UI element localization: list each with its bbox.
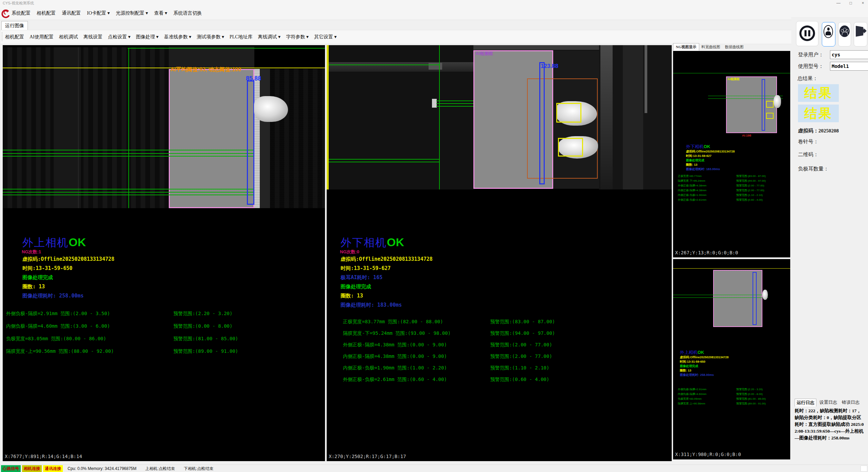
green-measure-line	[3, 153, 254, 154]
warning-range-text: 预警范围:(2.20 - 3.20)	[736, 387, 763, 392]
measurement-list: 外侧负极-隔膜=2.91mm 范围:(2.00 - 3.50) 预警范围:(2.…	[6, 307, 238, 358]
result-box-upper: 结果	[798, 84, 839, 102]
warning-range-text: 预警范围:(1.10 - 2.10)	[490, 362, 549, 374]
ng-view-tab[interactable]: NG视图显示	[673, 43, 699, 51]
measurement-text: 外侧负极-隔膜=2.91mm 范围:(2.00 - 3.50)	[6, 307, 170, 320]
ng-snapshot-upper-camera[interactable]: 外上相机OK 虚拟码:Offline20250208133134728时间:13…	[673, 259, 790, 459]
measurement-text: 内侧负极-隔膜=4.60mm 范围:(3.00 - 6.00)	[6, 320, 170, 332]
measurement-row: 外侧正极-负极=2.61mm 预警范围:(0.60 - 4.00)	[678, 198, 787, 202]
ng-view-tab[interactable]: 料宽曲线图	[699, 43, 723, 51]
toolbar-item[interactable]: 相机调试	[59, 34, 78, 40]
toolbar-item[interactable]: 点检设置 ▾	[108, 34, 131, 40]
toolbar-item[interactable]: 字符参数 ▾	[286, 34, 309, 40]
camera-name: 外上相机	[680, 350, 698, 355]
measurement-row: 隔膜宽度-下=95.24mm 预警范围:(94.00 - 97.00)	[678, 179, 787, 183]
menu-item[interactable]: 系统语言切换	[173, 10, 202, 16]
ng-view-tab[interactable]: 数据曲线图	[723, 43, 746, 51]
metal-tab-blob	[254, 96, 288, 122]
green-measure-line	[708, 96, 783, 96]
measurement-text: 隔膜宽度-上=90.56mm 范围:(88.00 - 92.00)	[6, 345, 170, 358]
result-box-lower: 结果	[798, 105, 839, 122]
toolbar-item[interactable]: 相机配置	[5, 34, 24, 40]
log-tab[interactable]: 错误日志	[840, 399, 861, 406]
measurement-text: 外侧正极-隔膜=4.38mm 范围:(0.00 - 9.00)	[343, 339, 487, 350]
toolbar-item[interactable]: 其它设置 ▾	[314, 34, 337, 40]
toolbar-item[interactable]: AI使用配置	[30, 34, 54, 40]
measurement-row: 内侧负极-隔膜=4.60mm 预警范围:(0.00 - 8.00)	[678, 392, 787, 397]
measurement-text: 正极宽度=83.77mm	[678, 174, 736, 179]
film-top-region	[169, 47, 254, 68]
result-ok: OK	[698, 350, 704, 355]
measurement-row: 隔膜宽度-上=90.56mm 预警范围:(89.00 - 91.00)	[678, 401, 787, 406]
menu-item[interactable]: 相机配置	[37, 10, 56, 16]
menu-item[interactable]: IO卡配置 ▾	[87, 10, 110, 16]
users-button[interactable]	[838, 22, 851, 47]
green-measure-line	[3, 150, 254, 150]
toolbar-item[interactable]: 离线调试 ▾	[258, 34, 281, 40]
warning-range-text: 预警范围:(94.00 - 97.00)	[490, 327, 555, 339]
measurement-row: 隔膜宽度-下=95.24mm 范围:(93.00 - 98.00) 预警范围:(…	[343, 327, 555, 339]
window-control-button[interactable]: ×	[859, 1, 867, 5]
warning-range-text: 预警范围:(89.00 - 91.00)	[173, 345, 238, 358]
log-tab[interactable]: 运行日志	[795, 399, 816, 406]
green-reference-line	[673, 73, 790, 73]
title-bar: CYS-视觉检测系统 —□×	[0, 0, 868, 6]
pause-icon	[799, 25, 815, 41]
camera-view-upper-outer[interactable]: AI平均阈值:93, 动态阈值:100 85.88 外上相机OK NG次数:1 …	[3, 45, 325, 461]
window-control-button[interactable]: □	[847, 1, 854, 5]
mini-result-title: 外下相机OK	[686, 143, 710, 150]
film-edge-strip	[254, 69, 260, 208]
menu-item[interactable]: 系统配置	[12, 10, 31, 16]
user-button[interactable]	[822, 22, 835, 47]
users-icon	[839, 25, 850, 37]
pause-button[interactable]	[796, 21, 818, 46]
ng-snapshot-lower-camera[interactable]: AI检测框 AI:198 外下相机OK 虚拟码:Offline202502081…	[673, 51, 790, 257]
login-user-label: 登录用户：	[798, 52, 824, 58]
status-badge: 通讯连接	[43, 465, 63, 472]
toolbar-items: 相机配置AI使用配置相机调试离线设置点检设置 ▾图像处理 ▾基准线参数 ▾测试项…	[5, 34, 337, 40]
upper-camera-status: 上相机:点检结束	[145, 466, 175, 472]
model-field[interactable]	[830, 62, 868, 71]
info-line: 图像处理耗时: 258.00ms	[22, 291, 114, 301]
toolbar-item[interactable]: 测试项参数 ▾	[197, 34, 224, 40]
camera-view-lower-outer[interactable]: AI检测框 123.88 外下相机OK NG次数:0 虚拟码:Offline20…	[327, 45, 672, 461]
toolbar-grip[interactable]	[2, 32, 3, 41]
status-badge: 心跳信号	[1, 465, 21, 472]
menu-item[interactable]: 光源控制配置 ▾	[116, 10, 148, 16]
separator-film-region	[169, 69, 254, 208]
info-line: 图像处理完成	[22, 273, 114, 282]
camera-name: 外上相机	[22, 236, 69, 249]
user-icon	[824, 25, 833, 38]
login-user-field[interactable]	[830, 50, 868, 59]
green-vertical-line	[128, 48, 129, 208]
toolbar-item[interactable]: PLC地址库	[230, 34, 253, 40]
camera-name: 外下相机	[341, 236, 387, 249]
toolbar-item[interactable]: 图像处理 ▾	[136, 34, 159, 40]
measurement-row: 内侧正极-负极=1.90mm 预警范围:(1.10 - 2.10)	[678, 193, 787, 198]
metal-tab-blob	[762, 290, 768, 300]
camera-info-lines: 虚拟码:Offline20250208133134728时间:13-31-59-…	[341, 255, 433, 310]
window-control-button[interactable]: —	[835, 1, 842, 5]
exit-button[interactable]	[854, 22, 867, 47]
resize-grip[interactable]	[861, 466, 867, 472]
blue-measure-box	[762, 79, 765, 131]
warning-range-text: 预警范围:(0.00 - 8.00)	[173, 320, 232, 332]
machine-arm	[329, 62, 475, 72]
info-line: 圈数: 13	[686, 163, 735, 167]
warning-range-text: 预警范围:(0.60 - 4.00)	[736, 198, 763, 202]
info-line: 图像处理完成	[341, 282, 433, 291]
info-line: 虚拟码:Offline20250208133134728	[680, 355, 729, 360]
menu-item[interactable]: 查看 ▾	[154, 10, 167, 16]
info-line: 图像处理耗时: 258.00ms	[680, 373, 729, 377]
info-line: 极耳AI耗时: 165	[341, 273, 433, 282]
measurement-text: 隔膜宽度-下=95.24mm	[678, 179, 736, 183]
log-tab[interactable]: 设置日志	[818, 399, 839, 406]
ng-marker-text: AI:198	[742, 134, 751, 137]
camera-info-lines: 虚拟码:Offline20250208133134728时间:13-31-59-…	[22, 255, 114, 301]
menu-item[interactable]: 通讯配置	[62, 10, 81, 16]
camera-name: 外下相机	[686, 144, 704, 149]
toolbar-item[interactable]: 基准线参数 ▾	[164, 34, 192, 40]
measurement-row: 外侧负极-隔膜=2.91mm 范围:(2.00 - 3.50) 预警范围:(2.…	[6, 307, 238, 320]
info-line: 图像处理完成	[686, 158, 735, 163]
toolbar-item[interactable]: 离线设置	[84, 34, 103, 40]
